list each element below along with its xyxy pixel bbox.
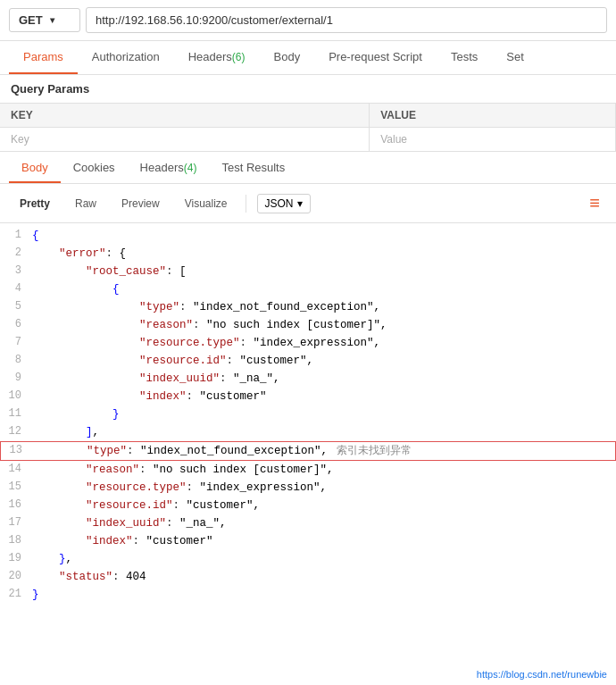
top-tab-bar: Params Authorization Headers(6) Body Pre… — [0, 41, 616, 75]
json-line: 10 "index": "customer" — [0, 388, 616, 405]
bottom-tab-bar: Body Cookies Headers(4) Test Results — [0, 154, 616, 184]
method-dropdown-arrow: ▾ — [50, 15, 54, 25]
line-content: "status": 404 — [32, 568, 611, 586]
json-format-select[interactable]: JSON ▾ — [257, 194, 311, 213]
tab-cookies[interactable]: Cookies — [61, 154, 128, 183]
line-content: }, — [32, 550, 611, 568]
line-content: } — [32, 586, 611, 604]
line-number: 1 — [5, 227, 32, 244]
json-line: 21} — [0, 586, 616, 604]
key-placeholder[interactable]: Key — [0, 128, 370, 152]
line-content: "type": "index_not_found_exception",索引未找… — [33, 442, 610, 460]
key-column-header: KEY — [0, 104, 370, 128]
line-number: 15 — [5, 479, 32, 496]
tab-pre-request[interactable]: Pre-request Script — [314, 41, 437, 74]
format-pretty-btn[interactable]: Pretty — [9, 194, 61, 213]
line-content: "resource.id": "customer", — [32, 497, 611, 514]
line-content: "reason": "no such index [customer]", — [32, 316, 611, 334]
line-content: "type": "index_not_found_exception", — [32, 298, 611, 316]
line-content: "root_cause": [ — [32, 263, 611, 280]
line-content: ], — [32, 423, 611, 441]
json-line: 13 "type": "index_not_found_exception",索… — [0, 441, 616, 461]
line-annotation: 索引未找到异常 — [337, 444, 412, 456]
line-number: 19 — [5, 550, 32, 567]
line-number: 6 — [5, 316, 32, 333]
format-separator — [246, 195, 246, 213]
line-number: 3 — [5, 263, 32, 280]
format-raw-btn[interactable]: Raw — [64, 194, 107, 213]
tab-body[interactable]: Body — [260, 41, 315, 74]
tab-test-results[interactable]: Test Results — [209, 154, 297, 183]
json-line: 19 }, — [0, 550, 616, 568]
method-label: GET — [19, 13, 43, 27]
method-select[interactable]: GET ▾ — [9, 8, 80, 32]
wrap-button[interactable]: ≡ — [582, 189, 607, 217]
tab-set[interactable]: Set — [492, 41, 538, 74]
json-line: 4 { — [0, 280, 616, 298]
json-line: 17 "index_uuid": "_na_", — [0, 514, 616, 532]
format-preview-btn[interactable]: Preview — [111, 194, 171, 213]
line-number: 5 — [5, 298, 32, 315]
params-table: KEY VALUE Key Value — [0, 103, 616, 152]
line-content: "resource.type": "index_expression", — [32, 334, 611, 352]
json-line: 8 "resource.id": "customer", — [0, 352, 616, 370]
json-line: 14 "reason": "no such index [customer]", — [0, 461, 616, 479]
line-number: 11 — [5, 405, 32, 422]
json-dropdown-arrow: ▾ — [297, 197, 303, 210]
line-content: { — [32, 227, 611, 245]
line-number: 16 — [5, 497, 32, 514]
watermark: https://blog.csdn.net/runewbie — [477, 669, 607, 680]
line-number: 13 — [6, 442, 33, 459]
line-number: 17 — [5, 514, 32, 531]
line-content: "resource.type": "index_expression", — [32, 479, 611, 497]
params-empty-row: Key Value — [0, 128, 616, 152]
line-content: "index_uuid": "_na_", — [32, 370, 611, 388]
json-line: 7 "resource.type": "index_expression", — [0, 334, 616, 352]
line-content: { — [32, 280, 611, 298]
format-bar: Pretty Raw Preview Visualize JSON ▾ ≡ — [0, 184, 616, 223]
line-content: "index_uuid": "_na_", — [32, 514, 611, 532]
line-content: "error": { — [32, 245, 611, 263]
line-number: 4 — [5, 280, 32, 297]
tab-tests[interactable]: Tests — [437, 41, 492, 74]
url-input[interactable] — [86, 7, 607, 33]
tab-response-headers[interactable]: Headers(4) — [128, 154, 210, 183]
json-line: 2 "error": { — [0, 245, 616, 263]
line-number: 2 — [5, 245, 32, 262]
line-number: 7 — [5, 334, 32, 351]
json-line: 12 ], — [0, 423, 616, 441]
query-params-header: Query Params — [0, 75, 616, 103]
json-line: 16 "resource.id": "customer", — [0, 497, 616, 514]
format-visualize-btn[interactable]: Visualize — [174, 194, 238, 213]
tab-headers[interactable]: Headers(6) — [174, 41, 260, 74]
line-number: 18 — [5, 532, 32, 549]
json-output: 1{2 "error": {3 "root_cause": [4 {5 "typ… — [0, 223, 616, 607]
json-line: 5 "type": "index_not_found_exception", — [0, 298, 616, 316]
json-line: 11 } — [0, 405, 616, 423]
line-content: } — [32, 405, 611, 423]
line-number: 9 — [5, 370, 32, 387]
json-line: 18 "index": "customer" — [0, 532, 616, 550]
line-number: 8 — [5, 352, 32, 369]
json-line: 20 "status": 404 — [0, 568, 616, 586]
value-placeholder[interactable]: Value — [370, 128, 616, 152]
tab-params[interactable]: Params — [9, 41, 78, 74]
line-content: "reason": "no such index [customer]", — [32, 461, 611, 479]
line-number: 12 — [5, 423, 32, 440]
tab-authorization[interactable]: Authorization — [78, 41, 174, 74]
json-line: 6 "reason": "no such index [customer]", — [0, 316, 616, 334]
line-content: "index": "customer" — [32, 388, 611, 405]
line-number: 20 — [5, 568, 32, 585]
json-line: 9 "index_uuid": "_na_", — [0, 370, 616, 388]
line-content: "index": "customer" — [32, 532, 611, 550]
line-content: "resource.id": "customer", — [32, 352, 611, 370]
json-format-label: JSON — [265, 197, 294, 210]
tab-response-body[interactable]: Body — [9, 154, 61, 183]
json-line: 1{ — [0, 227, 616, 245]
url-bar: GET ▾ — [0, 0, 616, 41]
line-number: 14 — [5, 461, 32, 478]
line-number: 21 — [5, 586, 32, 603]
json-line: 15 "resource.type": "index_expression", — [0, 479, 616, 497]
json-output-container: 1{2 "error": {3 "root_cause": [4 {5 "typ… — [0, 223, 616, 685]
line-number: 10 — [5, 388, 32, 405]
